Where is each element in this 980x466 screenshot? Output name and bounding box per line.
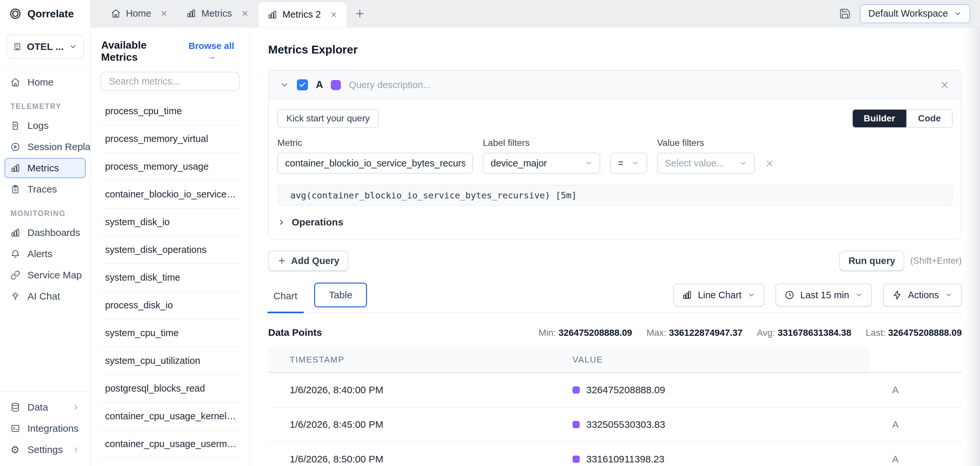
time-range-select[interactable]: Last 15 min (775, 283, 872, 307)
label-filter-select[interactable]: device_major (483, 153, 600, 173)
sidebar-item-home[interactable]: Home (5, 72, 86, 92)
sidebar-item-label: Home (27, 77, 54, 88)
app-root: Qorrelate Home Metrics (0, 0, 980, 466)
sidebar-item-settings[interactable]: ⚙ Settings (5, 440, 86, 460)
metric-list-item[interactable]: system_cpu_utilization (100, 347, 240, 375)
sidebar-item-alerts[interactable]: Alerts (5, 244, 86, 264)
database-icon (10, 402, 20, 412)
cell-value: 332505530303.83 (573, 419, 892, 430)
metric-list-item[interactable]: system_disk_time (100, 264, 240, 292)
org-selector[interactable]: OTEL ... (6, 35, 84, 59)
close-tab-icon[interactable] (241, 10, 249, 17)
browse-all-link[interactable]: Browse all → (183, 41, 239, 62)
metric-list-item[interactable]: system_cpu_time (100, 320, 240, 347)
run-query-button[interactable]: Run query (839, 251, 904, 271)
series-color-swatch (573, 386, 580, 394)
tab-chart[interactable]: Chart (268, 283, 302, 313)
active-tab-underline (267, 312, 304, 313)
home-icon (111, 8, 121, 18)
sidebar-item-dashboards[interactable]: Dashboards (5, 223, 86, 243)
table-row[interactable]: 1/6/2026, 8:45:00 PM 332505530303.83 A (268, 407, 962, 442)
sidebar-item-data[interactable]: Data (5, 397, 86, 417)
cell-timestamp: 1/6/2026, 8:45:00 PM (268, 419, 573, 430)
metric-list-item[interactable]: system_disk_operations (100, 236, 240, 264)
metric-list-item[interactable]: process_disk_io (100, 292, 240, 320)
sidebar-item-ai-chat[interactable]: AI Chat (5, 286, 86, 307)
tab-table[interactable]: Table (314, 283, 367, 307)
sidebar-item-session-replay[interactable]: Session Replay (5, 137, 86, 157)
value-filter-select[interactable]: Select value... (657, 153, 755, 173)
table-head-border: TIMESTAMP VALUE (268, 347, 962, 373)
remove-filter-icon[interactable] (765, 159, 775, 169)
metric-list-item[interactable]: process_memory_virtual (100, 125, 240, 153)
bar-chart-icon (186, 8, 196, 18)
sidebar-item-integrations[interactable]: Integrations (5, 418, 86, 439)
operations-expander[interactable]: Operations (277, 217, 343, 228)
available-metrics-title: Available Metrics (101, 39, 183, 63)
search-metrics-input[interactable] (100, 72, 240, 91)
chart-type-select[interactable]: Line Chart (673, 283, 764, 307)
stat-item: Avg:331678631384.38 (757, 328, 851, 338)
query-description-placeholder[interactable]: Query description... (349, 80, 431, 91)
query-panel: A Query description... Kick start your q… (268, 70, 962, 240)
save-icon[interactable] (839, 8, 851, 19)
table-row[interactable]: 1/6/2026, 8:40:00 PM 326475208888.09 A (268, 373, 962, 407)
table-row[interactable]: 1/6/2026, 8:50:00 PM 331610911398.23 A (268, 442, 962, 466)
cell-timestamp: 1/6/2026, 8:50:00 PM (268, 453, 573, 465)
query-enabled-checkbox[interactable] (297, 79, 308, 91)
tab-label: Metrics 2 (283, 9, 321, 20)
close-tab-icon[interactable] (160, 10, 168, 17)
actions-menu-button[interactable]: Actions (883, 283, 962, 307)
workspace-selector[interactable]: Default Workspace (860, 4, 970, 23)
metric-list-item[interactable]: process_memory_usage (100, 153, 240, 181)
sidebar-item-traces[interactable]: Traces (5, 179, 86, 199)
add-query-button[interactable]: Add Query (268, 251, 348, 271)
lightbulb-icon (10, 291, 20, 301)
metric-list-item[interactable]: container_cpu_usage_kernelmode (100, 403, 240, 430)
add-query-label: Add Query (291, 256, 339, 266)
tab-metrics[interactable]: Metrics (177, 0, 258, 27)
page-title: Metrics Explorer (268, 43, 962, 56)
available-metrics-panel: Available Metrics Browse all → process_c… (91, 27, 250, 466)
cell-series: A (892, 385, 962, 396)
lightning-bolt-icon (892, 290, 902, 300)
metric-list-item[interactable]: container_blockio_io_service_byt... (100, 181, 240, 208)
query-expression: avg(container_blockio_io_service_bytes_r… (277, 185, 953, 205)
series-color-swatch (573, 421, 580, 428)
code-mode-button[interactable]: Code (906, 110, 952, 127)
builder-mode-button[interactable]: Builder (853, 110, 906, 127)
tab-home[interactable]: Home (102, 0, 177, 27)
sidebar-item-logs[interactable]: Logs (5, 116, 86, 136)
metric-list-item[interactable]: postgresql_blocks_read (100, 375, 240, 403)
body-row: OTEL ... Home TELEMETRY Logs Ses (0, 27, 980, 466)
metric-list-item[interactable]: container_cpu_usage_total (100, 458, 240, 466)
chevron-down-icon (945, 291, 953, 299)
close-tab-icon[interactable] (330, 11, 338, 19)
collapse-query-icon[interactable] (280, 80, 289, 89)
builder-code-toggle: Builder Code (852, 109, 953, 128)
remove-query-icon[interactable] (940, 80, 950, 90)
section-telemetry: TELEMETRY (10, 102, 86, 111)
play-circle-icon (10, 142, 20, 152)
value-filter-placeholder: Select value... (665, 158, 724, 169)
sidebar-item-label: Alerts (27, 248, 52, 259)
bar-chart-icon (682, 290, 692, 300)
data-points-title: Data Points (268, 327, 322, 338)
metric-list-item[interactable]: system_disk_io (100, 208, 240, 236)
chevron-down-icon (739, 159, 747, 167)
tab-metrics-2[interactable]: Metrics 2 (258, 2, 347, 27)
available-metrics-header: Available Metrics Browse all → (101, 39, 239, 63)
metrics-list: process_cpu_time process_memory_virtual … (100, 97, 240, 466)
new-tab-button[interactable] (354, 8, 365, 19)
sidebar-item-service-map[interactable]: Service Map (5, 265, 86, 285)
bar-chart-icon (10, 163, 20, 173)
label-filter-value: device_major (491, 158, 547, 169)
metric-input[interactable] (285, 158, 465, 169)
sidebar-item-metrics[interactable]: Metrics (5, 158, 86, 178)
query-actions-row: Add Query Run query (Shift+Enter) (268, 251, 962, 271)
kickstart-query-button[interactable]: Kick start your query (277, 109, 379, 128)
metric-list-item[interactable]: container_cpu_usage_usermode (100, 430, 240, 458)
operator-select[interactable]: = (610, 153, 647, 173)
query-color-swatch[interactable] (331, 80, 341, 90)
metric-list-item[interactable]: process_cpu_time (100, 97, 240, 125)
